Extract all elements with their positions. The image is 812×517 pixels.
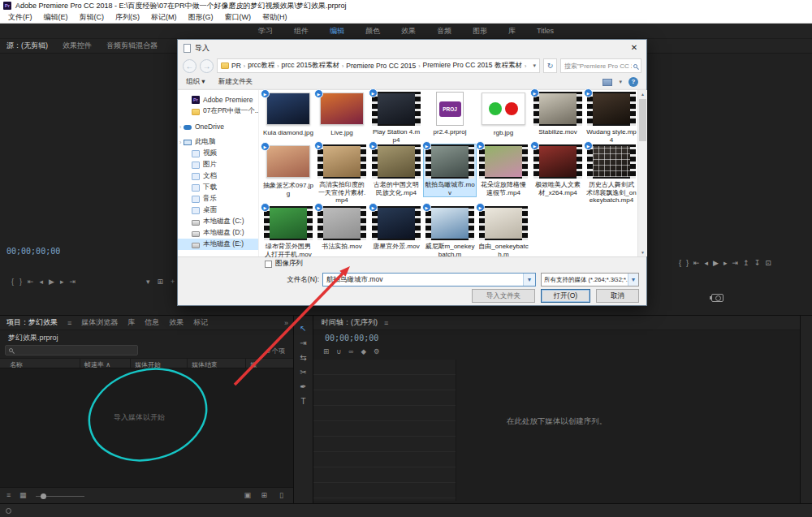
- file-item-5[interactable]: ▶Stabilize.mov: [532, 92, 584, 136]
- menu-item-3[interactable]: 序列(S): [110, 11, 145, 23]
- settings-icon[interactable]: ⊡: [765, 259, 771, 267]
- file-item-3[interactable]: PROJpr2.4.prproj: [424, 92, 476, 136]
- file-item-14[interactable]: ▶绿布背景外国男人打开手机.mov: [262, 206, 314, 258]
- file-item-1[interactable]: ▶Live.jpg: [316, 92, 368, 137]
- close-icon[interactable]: ✕: [622, 40, 646, 56]
- go-to-in-icon[interactable]: ⇤: [693, 259, 700, 267]
- play-icon[interactable]: ▶: [713, 259, 719, 267]
- menu-item-7[interactable]: 帮助(H): [257, 11, 293, 23]
- sidebar-item-5[interactable]: 图片: [178, 159, 258, 170]
- breadcrumb-segment-0[interactable]: PR: [231, 62, 241, 70]
- chevron-down-icon[interactable]: ▾: [146, 278, 150, 286]
- file-item-0[interactable]: ▶Kula diamond.jpg: [262, 92, 314, 137]
- button-grid-icon[interactable]: ⊞: [158, 278, 164, 286]
- more-tabs-icon[interactable]: »: [284, 319, 288, 327]
- file-item-9[interactable]: ▶古老的中国文明民族文化.mp4: [370, 144, 422, 196]
- list-view-button[interactable]: ≡: [6, 491, 11, 499]
- chevron-icon[interactable]: ›: [179, 124, 181, 130]
- help-button[interactable]: ?: [628, 77, 638, 87]
- change-view-icon[interactable]: [603, 79, 612, 86]
- go-to-out-icon[interactable]: ⇥: [732, 259, 739, 267]
- new-bin-button[interactable]: ▣: [244, 491, 251, 499]
- file-item-18[interactable]: ▶自由_onekeybatch.m: [477, 206, 529, 258]
- file-item-13[interactable]: ▶历史古人舞剑武术绵襄飘逸剑_onekeybatch.mp4: [585, 144, 637, 205]
- chevron-icon[interactable]: ›: [179, 140, 181, 145]
- breadcrumb-segment-1[interactable]: prcc教程: [248, 61, 274, 71]
- linked-selection-icon[interactable]: ∞: [348, 347, 353, 355]
- plus-icon[interactable]: +: [171, 278, 175, 286]
- menu-item-5[interactable]: 图形(G): [183, 11, 219, 23]
- lift-icon[interactable]: ↥: [743, 259, 749, 267]
- step-forward-icon[interactable]: ▸: [723, 259, 728, 267]
- timeline-settings-icon[interactable]: ⚙: [374, 347, 380, 355]
- snap-icon[interactable]: ∪: [336, 347, 341, 355]
- project-tab-0[interactable]: 项目：梦幻效果: [6, 317, 58, 328]
- source-tab-1[interactable]: 效果控件: [63, 41, 92, 51]
- mark-in-icon[interactable]: {: [11, 278, 14, 286]
- go-to-in-icon[interactable]: ⇤: [28, 278, 34, 286]
- workspace-tab-1[interactable]: 组件: [294, 26, 309, 37]
- file-item-2[interactable]: ▶Play Station 4.mp4: [370, 92, 422, 144]
- new-item-button[interactable]: ⊞: [261, 491, 267, 499]
- sidebar-item-8[interactable]: 音乐: [178, 193, 258, 205]
- panel-menu-icon[interactable]: ≡: [384, 319, 388, 327]
- project-tab-2[interactable]: 库: [127, 317, 135, 328]
- chevron-down-icon[interactable]: ▾: [619, 79, 622, 85]
- extract-icon[interactable]: ↧: [754, 259, 761, 267]
- workspace-tab-8[interactable]: Titles: [537, 27, 554, 35]
- workspace-tab-0[interactable]: 学习: [258, 26, 273, 37]
- mark-in-icon[interactable]: {: [679, 259, 681, 267]
- menu-item-1[interactable]: 编辑(E): [38, 11, 74, 23]
- breadcrumb-segment-4[interactable]: Premiere Pro CC 2015 教程素材: [423, 61, 522, 71]
- sidebar-item-4[interactable]: 视频: [178, 148, 258, 159]
- scrollbar[interactable]: ▲ ▼: [637, 90, 647, 256]
- selection-tool[interactable]: ↖: [300, 324, 306, 333]
- export-frame-button[interactable]: [711, 294, 723, 302]
- sidebar-item-11[interactable]: 本地磁盘 (D:): [178, 227, 258, 239]
- add-marker-icon[interactable]: ◆: [361, 347, 366, 355]
- open-button[interactable]: 打开(O): [541, 289, 590, 303]
- chevron-down-icon[interactable]: ▼: [523, 274, 535, 286]
- menu-item-6[interactable]: 窗口(W): [219, 11, 257, 23]
- menu-item-4[interactable]: 标记(M): [145, 11, 183, 23]
- step-back-icon[interactable]: ◂: [40, 278, 44, 286]
- cancel-button[interactable]: 取消: [596, 289, 639, 303]
- file-item-16[interactable]: ▶唐星宜外景.mov: [370, 206, 422, 251]
- file-item-6[interactable]: ▶Wudang style.mp4: [585, 92, 637, 144]
- scroll-down-icon[interactable]: ▼: [638, 248, 647, 256]
- step-forward-icon[interactable]: ▸: [60, 278, 64, 286]
- pen-tool[interactable]: ✒: [300, 382, 306, 391]
- import-folder-button[interactable]: 导入文件夹: [472, 289, 535, 303]
- mark-out-icon[interactable]: }: [19, 278, 22, 286]
- project-tab-5[interactable]: 标记: [193, 317, 208, 328]
- icon-view-button[interactable]: ▦: [19, 491, 27, 499]
- image-sequence-checkbox[interactable]: [265, 261, 272, 268]
- sidebar-item-7[interactable]: 下载: [178, 182, 258, 193]
- workspace-tab-7[interactable]: 库: [508, 26, 516, 37]
- chevron-down-icon[interactable]: ▼: [628, 274, 638, 286]
- project-tab-1[interactable]: 媒体浏览器: [81, 317, 118, 328]
- insert-overwrite-icon[interactable]: ⊞: [323, 347, 329, 355]
- track-select-forward-tool[interactable]: ⇥: [300, 338, 306, 347]
- menu-item-2[interactable]: 剪辑(C): [74, 11, 110, 23]
- file-item-10[interactable]: ▶航拍鸟瞰城市.mov: [424, 144, 476, 196]
- breadcrumb-segment-2[interactable]: prcc 2015教程素材: [282, 61, 339, 71]
- file-item-8[interactable]: ▶高清实拍印度的一天宣传片素材.mp4: [316, 144, 368, 205]
- new-folder-button[interactable]: 新建文件夹: [218, 77, 253, 87]
- scrollbar-thumb[interactable]: [639, 99, 646, 141]
- file-item-12[interactable]: ▶极致唯美人文素材_x264.mp4: [532, 144, 584, 196]
- breadcrumb-segment-3[interactable]: Premiere Pro CC 2015: [346, 62, 416, 70]
- project-list-body[interactable]: [0, 368, 293, 487]
- workspace-tab-4[interactable]: 效果: [401, 26, 416, 37]
- sidebar-item-2[interactable]: ›OneDrive: [178, 121, 258, 132]
- chevron-down-icon[interactable]: ▾: [533, 62, 536, 69]
- project-tab-3[interactable]: 信息: [145, 317, 159, 328]
- project-tab-4[interactable]: 效果: [169, 317, 184, 328]
- sidebar-item-9[interactable]: 桌面: [178, 205, 258, 216]
- workspace-tab-3[interactable]: 颜色: [365, 26, 380, 37]
- project-search-input[interactable]: [5, 345, 138, 355]
- refresh-button[interactable]: ↻: [543, 58, 557, 73]
- filename-input[interactable]: 航拍鸟瞰城市.mov ▼: [322, 273, 536, 287]
- workspace-tab-6[interactable]: 图形: [473, 26, 487, 37]
- scroll-up-icon[interactable]: ▲: [638, 90, 647, 98]
